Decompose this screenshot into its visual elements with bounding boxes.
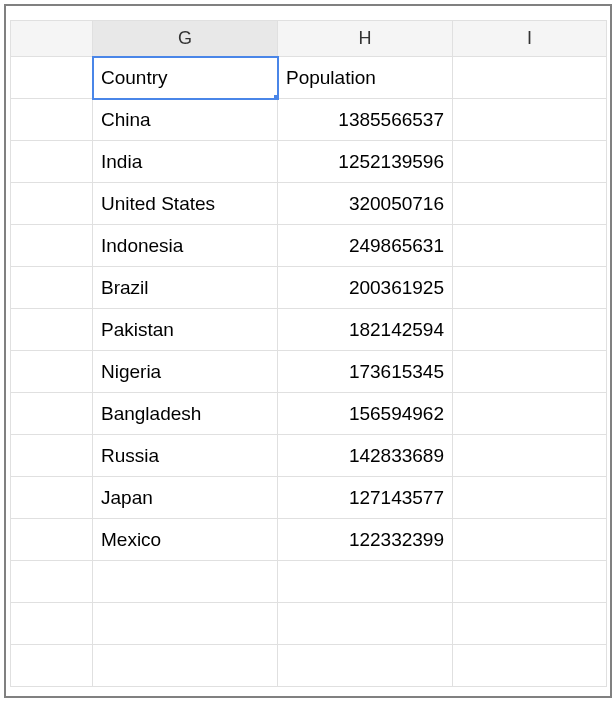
row-header[interactable] [11, 393, 93, 435]
cell-i[interactable] [453, 603, 607, 645]
select-all-corner[interactable] [11, 21, 93, 57]
row-header[interactable] [11, 645, 93, 687]
cell-h[interactable]: 156594962 [278, 393, 453, 435]
row-header[interactable] [11, 435, 93, 477]
row-header[interactable] [11, 225, 93, 267]
cell-g[interactable]: Russia [93, 435, 278, 477]
cell-i[interactable] [453, 267, 607, 309]
table-row [11, 645, 607, 687]
cell-h[interactable] [278, 603, 453, 645]
grid: G H I CountryPopulationChina1385566537In… [10, 20, 607, 687]
cell-g[interactable]: Pakistan [93, 309, 278, 351]
cell-h[interactable]: 1252139596 [278, 141, 453, 183]
row-header[interactable] [11, 267, 93, 309]
cell-g[interactable] [93, 603, 278, 645]
cell-g[interactable]: Indonesia [93, 225, 278, 267]
cell-i[interactable] [453, 57, 607, 99]
cell-i[interactable] [453, 477, 607, 519]
cell-h[interactable]: 173615345 [278, 351, 453, 393]
table-row [11, 603, 607, 645]
table-row: Brazil200361925 [11, 267, 607, 309]
cell-i[interactable] [453, 99, 607, 141]
row-header[interactable] [11, 561, 93, 603]
table-row: Japan127143577 [11, 477, 607, 519]
cell-h[interactable] [278, 645, 453, 687]
cell-g[interactable]: Nigeria [93, 351, 278, 393]
row-header[interactable] [11, 351, 93, 393]
table-row: Nigeria173615345 [11, 351, 607, 393]
row-header[interactable] [11, 99, 93, 141]
cell-h[interactable]: 182142594 [278, 309, 453, 351]
cell-h[interactable]: 249865631 [278, 225, 453, 267]
cell-g[interactable]: Mexico [93, 519, 278, 561]
column-header-g[interactable]: G [93, 21, 278, 57]
column-header-i[interactable]: I [453, 21, 607, 57]
column-header-h[interactable]: H [278, 21, 453, 57]
cell-i[interactable] [453, 435, 607, 477]
fill-handle[interactable] [274, 95, 278, 99]
cell-g[interactable]: India [93, 141, 278, 183]
row-header[interactable] [11, 309, 93, 351]
cell-i[interactable] [453, 183, 607, 225]
row-header[interactable] [11, 603, 93, 645]
table-row: United States320050716 [11, 183, 607, 225]
cell-g[interactable] [93, 561, 278, 603]
column-header-row: G H I [11, 21, 607, 57]
cell-g[interactable]: Bangladesh [93, 393, 278, 435]
cell-i[interactable] [453, 645, 607, 687]
cell-i[interactable] [453, 309, 607, 351]
row-header[interactable] [11, 141, 93, 183]
table-row: Russia142833689 [11, 435, 607, 477]
cell-value: Country [101, 67, 168, 88]
cell-h[interactable]: 142833689 [278, 435, 453, 477]
cell-i[interactable] [453, 141, 607, 183]
cell-h[interactable]: 320050716 [278, 183, 453, 225]
cell-h[interactable]: 1385566537 [278, 99, 453, 141]
row-header[interactable] [11, 183, 93, 225]
cell-g[interactable]: United States [93, 183, 278, 225]
table-row [11, 561, 607, 603]
cell-h[interactable]: 200361925 [278, 267, 453, 309]
row-header[interactable] [11, 57, 93, 99]
table-row: Bangladesh156594962 [11, 393, 607, 435]
cell-i[interactable] [453, 225, 607, 267]
cell-i[interactable] [453, 393, 607, 435]
cell-g[interactable]: Japan [93, 477, 278, 519]
table-row: Pakistan182142594 [11, 309, 607, 351]
table-row: China1385566537 [11, 99, 607, 141]
cell-g[interactable]: Country [93, 57, 278, 99]
spreadsheet: G H I CountryPopulationChina1385566537In… [4, 4, 612, 698]
cell-g[interactable] [93, 645, 278, 687]
table-row: India1252139596 [11, 141, 607, 183]
cell-h[interactable]: 127143577 [278, 477, 453, 519]
cell-h[interactable]: 122332399 [278, 519, 453, 561]
table-row: Mexico122332399 [11, 519, 607, 561]
cell-g[interactable]: Brazil [93, 267, 278, 309]
row-header[interactable] [11, 519, 93, 561]
table-row: CountryPopulation [11, 57, 607, 99]
cell-h[interactable]: Population [278, 57, 453, 99]
cell-g[interactable]: China [93, 99, 278, 141]
cell-i[interactable] [453, 519, 607, 561]
cell-h[interactable] [278, 561, 453, 603]
row-header[interactable] [11, 477, 93, 519]
cell-i[interactable] [453, 561, 607, 603]
cell-i[interactable] [453, 351, 607, 393]
table-row: Indonesia249865631 [11, 225, 607, 267]
